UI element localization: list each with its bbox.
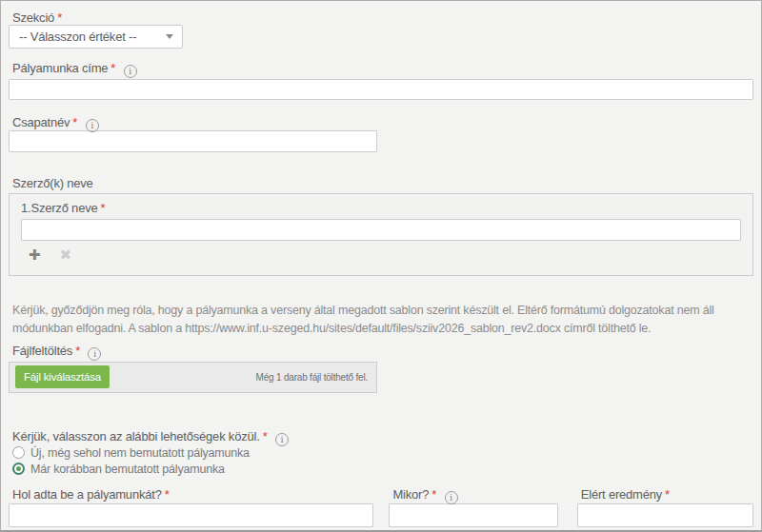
remove-author-icon[interactable]: ✖ (60, 246, 72, 264)
required-mark: * (665, 487, 670, 502)
required-mark: * (75, 344, 80, 358)
info-icon[interactable]: i (124, 65, 137, 78)
hol-label: Hol adta be a pályamunkát? (12, 487, 162, 502)
submission-form-page: Szekció* -- Válasszon értéket -- Pályamu… (0, 0, 762, 532)
mikor-field: Mikor?* i (389, 487, 557, 527)
fajl-label: Fájlfeltöltés (12, 344, 72, 358)
szerzo-item-label: 1.Szerző neve (21, 201, 98, 215)
cim-label: Pályamunka címe (12, 61, 108, 75)
info-icon[interactable]: i (275, 433, 289, 446)
required-mark: * (263, 429, 268, 443)
eredmeny-input[interactable] (577, 503, 753, 527)
required-mark: * (110, 61, 115, 75)
szerzok-group-label-row: Szerző(k) neve (12, 176, 753, 190)
szerzok-fieldset: 1.Szerző neve* ✚ ✖ (9, 193, 753, 276)
info-icon[interactable]: i (445, 491, 458, 504)
szekcio-selected-value: -- Válasszon értéket -- (19, 30, 136, 44)
radio-option-previous[interactable]: Már korábban bemutatott pályamunka (12, 463, 753, 476)
radio-option-new-label: Új, még sehol nem bemutatott pályamunka (30, 446, 250, 460)
radio-unselected-icon[interactable] (12, 446, 25, 459)
radio-option-new[interactable]: Új, még sehol nem bemutatott pályamunka (12, 446, 753, 460)
hol-field: Hol adta be a pályamunkát?* (9, 487, 373, 527)
szerzok-actions: ✚ ✖ (21, 246, 741, 264)
cim-input[interactable] (9, 79, 753, 100)
chevron-down-icon (166, 34, 173, 39)
radio-option-previous-label: Már korábban bemutatott pályamunka (30, 463, 225, 476)
add-author-icon[interactable]: ✚ (29, 246, 41, 264)
upload-hint: Még 1 darab fájl tölthető fel. (256, 372, 368, 383)
required-mark: * (431, 487, 436, 502)
previous-submission-details: Hol adta be a pályamunkát?* Mikor?* i El… (9, 487, 753, 527)
radio-selected-icon[interactable] (12, 463, 25, 475)
bemutatas-label: Kérjük, válasszon az alábbi lehetőségek … (12, 429, 260, 443)
mikor-input[interactable] (389, 503, 557, 527)
template-note: Kérjük, győződjön meg róla, hogy a pálya… (12, 302, 748, 339)
hol-input[interactable] (9, 503, 373, 527)
info-icon[interactable]: i (86, 119, 99, 132)
csapatnev-label-row: Csapatnév* i (12, 115, 753, 129)
fajl-label-row: Fájlfeltöltés* i (12, 344, 753, 358)
required-mark: * (165, 487, 170, 502)
cim-label-row: Pályamunka címe* i (12, 61, 753, 75)
choose-file-button[interactable]: Fájl kiválasztása (15, 365, 110, 388)
csapatnev-label: Csapatnév (12, 115, 70, 129)
required-mark: * (72, 115, 77, 129)
szerzo-input[interactable] (21, 219, 741, 241)
radio-dot (16, 466, 21, 471)
info-icon[interactable]: i (88, 347, 101, 361)
eredmeny-label-row: Elért eredmény* (581, 487, 753, 502)
bemutatas-label-row: Kérjük, válasszon az alábbi lehetőségek … (12, 429, 753, 443)
szerzo-item-label-row: 1.Szerző neve* (21, 202, 741, 215)
mikor-label: Mikor? (392, 487, 429, 502)
hol-label-row: Hol adta be a pályamunkát?* (12, 487, 373, 502)
szekcio-label-row: Szekció* (12, 10, 753, 25)
eredmeny-field: Elért eredmény* (577, 487, 753, 527)
szerzok-group-label: Szerző(k) neve (12, 176, 93, 190)
required-mark: * (101, 201, 106, 215)
szekcio-select[interactable]: -- Válasszon értéket -- (9, 25, 183, 49)
file-upload-box: Fájl kiválasztása Még 1 darab fájl tölth… (9, 362, 377, 393)
eredmeny-label: Elért eredmény (581, 487, 662, 502)
mikor-label-row: Mikor?* i (392, 487, 557, 502)
szekcio-label: Szekció (12, 10, 54, 25)
required-mark: * (57, 10, 62, 25)
csapatnev-input[interactable] (9, 130, 377, 152)
